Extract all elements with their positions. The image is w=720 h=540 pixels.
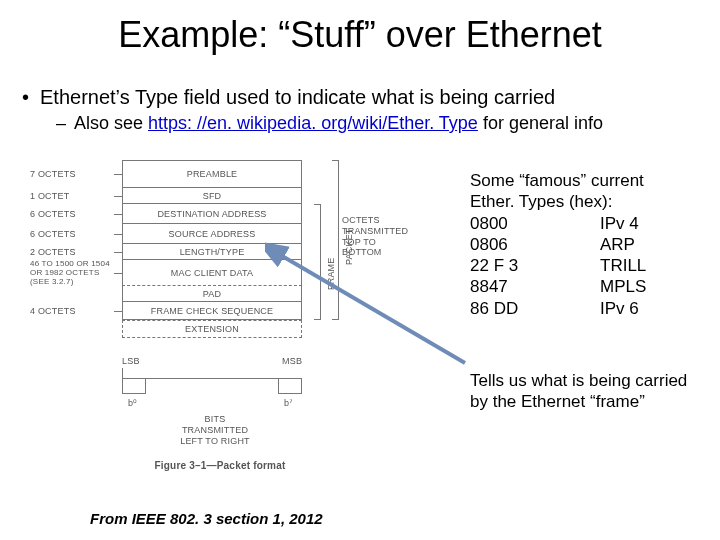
table-row: 86 DDIPv 6 [470, 298, 646, 319]
field-sfd: SFD [122, 188, 302, 204]
field-extension: EXTENSION [122, 320, 302, 338]
bullet-dash: – [56, 113, 74, 134]
proto: IPv 4 [600, 213, 646, 234]
octet-label: 2 OCTETS [30, 247, 115, 257]
hex: 0800 [470, 213, 600, 234]
source-citation: From IEEE 802. 3 section 1, 2012 [90, 510, 323, 527]
packet-brace [328, 160, 339, 320]
hex: 0806 [470, 234, 600, 255]
bit-label-0: b⁰ [128, 398, 137, 408]
ether-types-header-1: Some “famous” current [470, 170, 700, 191]
bullet2-pre: Also see [74, 113, 148, 133]
table-row: 22 F 3TRILL [470, 255, 646, 276]
bullet-dot: • [22, 86, 40, 109]
bullet-level-2: –Also see https: //en. wikipedia. org/wi… [56, 113, 603, 134]
figure-caption: Figure 3–1—Packet format [90, 460, 350, 471]
field-length-type: LENGTH/TYPE [122, 244, 302, 260]
frame-brace [310, 204, 321, 320]
ether-types-block: Some “famous” current Ether. Types (hex)… [470, 170, 700, 319]
field-pad: PAD [122, 286, 302, 302]
hex: 22 F 3 [470, 255, 600, 276]
bullet-level-1: •Ethernet’s Type field used to indicate … [22, 86, 555, 109]
hex: 8847 [470, 276, 600, 297]
slide: Example: “Stuff” over Ethernet •Ethernet… [0, 0, 720, 540]
field-fcs: FRAME CHECK SEQUENCE [122, 302, 302, 320]
octet-label: 46 TO 1500 OR 1504 OR 1982 OCTETS (SEE 3… [30, 260, 115, 286]
table-row: 0806ARP [470, 234, 646, 255]
ether-types-header-2: Ether. Types (hex): [470, 191, 700, 212]
field-src: SOURCE ADDRESS [122, 224, 302, 244]
wikipedia-link[interactable]: https: //en. wikipedia. org/wiki/Ether. … [148, 113, 478, 133]
table-row: 0800IPv 4 [470, 213, 646, 234]
proto: TRILL [600, 255, 646, 276]
bullet-text: Ethernet’s Type field used to indicate w… [40, 86, 555, 108]
bit-box-0 [122, 378, 146, 394]
hex: 86 DD [470, 298, 600, 319]
msb-label: MSB [282, 356, 302, 366]
bit-box-7 [278, 378, 302, 394]
octet-label: 7 OCTETS [30, 169, 115, 179]
octet-label: 1 OCTET [30, 191, 115, 201]
octet-label: 4 OCTETS [30, 306, 115, 316]
bits-transmitted-note: BITS TRANSMITTED LEFT TO RIGHT [180, 414, 250, 446]
bit-label-7: b⁷ [284, 398, 293, 408]
bit-row-stub [122, 368, 302, 378]
proto: ARP [600, 234, 646, 255]
octet-label: 6 OCTETS [30, 209, 115, 219]
octet-label: 6 OCTETS [30, 229, 115, 239]
packet-format-diagram: 7 OCTETS PREAMBLE 1 OCTET SFD 6 OCTETS D… [30, 160, 400, 520]
table-row: 8847MPLS [470, 276, 646, 297]
field-dest: DESTINATION ADDRESS [122, 204, 302, 224]
field-mac-data: MAC CLIENT DATA [122, 260, 302, 286]
ether-types-table: 0800IPv 4 0806ARP 22 F 3TRILL 8847MPLS 8… [470, 213, 646, 319]
slide-title: Example: “Stuff” over Ethernet [0, 14, 720, 56]
proto: IPv 6 [600, 298, 646, 319]
proto: MPLS [600, 276, 646, 297]
field-preamble: PREAMBLE [122, 160, 302, 188]
bullet2-post: for general info [478, 113, 603, 133]
bit-row-line [146, 378, 278, 379]
tells-us-note: Tells us what is being carried by the Et… [470, 370, 700, 413]
lsb-label: LSB [122, 356, 140, 366]
octets-transmitted-note: OCTETS TRANSMITTED TOP TO BOTTOM [342, 215, 412, 258]
